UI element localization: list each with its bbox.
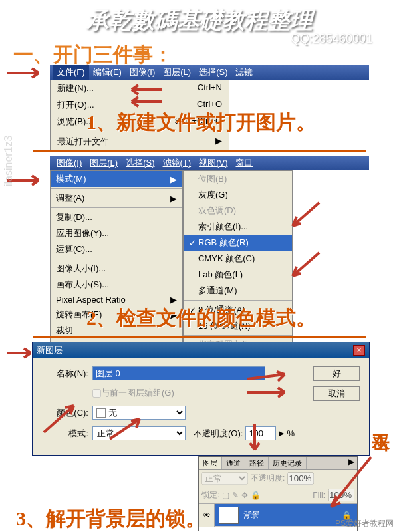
menubar-2: 图像(I) 图层(L) 选择(S) 滤镜(T) 视图(V) 窗口 bbox=[50, 156, 369, 170]
mode-bitmap[interactable]: 位图(B) bbox=[184, 171, 292, 187]
pct-label: % bbox=[287, 428, 295, 438]
divider-1 bbox=[33, 150, 366, 152]
menu2-filter[interactable]: 滤镜(T) bbox=[159, 156, 196, 170]
mode-lab[interactable]: Lab 颜色(L) bbox=[184, 267, 292, 283]
new-layer-dialog: 新图层 × 名称(N): 与前一图层编组(G) 颜色(C): 无 模式: 正常 … bbox=[32, 342, 370, 456]
lock-transparency-icon[interactable]: ▢ bbox=[222, 491, 229, 500]
section2-sub: 2、检查文件的颜色模式。 bbox=[86, 305, 316, 332]
tab-history[interactable]: 历史记录 bbox=[269, 457, 307, 469]
menu2-layer[interactable]: 图层(L) bbox=[86, 156, 122, 170]
mode-indexed[interactable]: 索引颜色(I)... bbox=[184, 219, 292, 235]
opacity-input[interactable] bbox=[245, 426, 276, 440]
menu2-image[interactable]: 图像(I) bbox=[53, 156, 86, 170]
mode-rgb[interactable]: ✓RGB 颜色(R) bbox=[184, 235, 292, 251]
color-label: 颜色(C): bbox=[42, 407, 88, 419]
layer-name: 背景 bbox=[243, 509, 259, 521]
menu-adjust[interactable]: 调整(A)▶ bbox=[51, 190, 182, 206]
tab-channels[interactable]: 通道 bbox=[222, 457, 245, 469]
mode-label: 模式: bbox=[42, 428, 88, 440]
ok-button[interactable]: 好 bbox=[313, 366, 360, 381]
menubar-1: 文件(F) 编辑(E) 图像(I) 图层(L) 选择(S) 滤镜 bbox=[50, 65, 369, 80]
layer-row-background[interactable]: 👁 背景 🔒 bbox=[199, 504, 357, 527]
layer-thumbnail[interactable] bbox=[219, 507, 239, 524]
menu-imagesize[interactable]: 图像大小(I)... bbox=[51, 261, 182, 277]
menu-apply[interactable]: 应用图像(Y)... bbox=[51, 225, 182, 241]
group-label: 与前一图层编组(G) bbox=[101, 387, 174, 399]
dialog-titlebar[interactable]: 新图层 × bbox=[33, 342, 369, 358]
color-select[interactable] bbox=[92, 406, 186, 420]
menu-mode[interactable]: 模式(M)▶ bbox=[51, 171, 182, 187]
menu2-view[interactable]: 视图(V) bbox=[195, 156, 231, 170]
menu-calc[interactable]: 运算(C)... bbox=[51, 241, 182, 257]
panel-fill bbox=[328, 489, 354, 501]
mode-submenu: 位图(B) 灰度(G) 双色调(D) 索引颜色(I)... ✓RGB 颜色(R)… bbox=[183, 170, 293, 370]
group-checkbox bbox=[92, 389, 101, 398]
mode-duotone[interactable]: 双色调(D) bbox=[184, 203, 292, 219]
panel-opacity bbox=[287, 472, 314, 485]
section1-sub: 1、新建文件或打开图片。 bbox=[86, 109, 316, 136]
close-icon[interactable]: × bbox=[353, 345, 365, 356]
panel-menu-icon[interactable]: ▶ bbox=[346, 457, 357, 469]
menu-filter[interactable]: 滤镜 bbox=[231, 65, 257, 80]
menu-edit[interactable]: 编辑(E) bbox=[89, 65, 126, 80]
menu-image[interactable]: 图像(I) bbox=[126, 65, 159, 80]
tab-layers[interactable]: 图层 bbox=[199, 457, 222, 469]
divider-2 bbox=[33, 336, 366, 338]
cancel-button[interactable]: 取消 bbox=[313, 386, 360, 401]
blend-select: 正常 bbox=[201, 472, 248, 485]
footer-text: PS爱好者教程网 bbox=[335, 518, 394, 529]
section3-sub: 3、解开背景层的锁。 bbox=[16, 505, 205, 532]
tab-paths[interactable]: 路径 bbox=[245, 457, 269, 469]
mode-select[interactable]: 正常 bbox=[92, 426, 186, 440]
dialog-title: 新图层 bbox=[37, 344, 63, 356]
qq-text: QQ:285460001 bbox=[291, 32, 372, 46]
lock-all-icon[interactable]: 🔒 bbox=[251, 491, 261, 500]
menu2-select[interactable]: 选择(S) bbox=[122, 156, 158, 170]
lock-move-icon[interactable]: ✥ bbox=[241, 491, 248, 500]
watermark: ilasiner1z3 bbox=[3, 136, 15, 186]
opacity-label: 不透明度(O): bbox=[194, 428, 243, 440]
menu-layer[interactable]: 图层(L) bbox=[159, 65, 195, 80]
section1-title: 一、开门三件事： bbox=[13, 41, 173, 68]
mode-multi[interactable]: 多通道(M) bbox=[184, 283, 292, 299]
lock-brush-icon[interactable]: ✎ bbox=[232, 491, 239, 500]
layers-panel: 图层 通道 路径 历史记录 ▶ 正常 不透明度: 锁定: ▢ ✎ ✥ 🔒 Fil… bbox=[198, 456, 358, 531]
menu-canvassize[interactable]: 画布大小(S)... bbox=[51, 277, 182, 293]
menu-file[interactable]: 文件(F) bbox=[53, 65, 89, 80]
name-input[interactable] bbox=[92, 366, 265, 380]
mode-grayscale[interactable]: 灰度(G) bbox=[184, 187, 292, 203]
menu-new[interactable]: 新建(N)...Ctrl+N bbox=[51, 80, 229, 97]
menu2-window[interactable]: 窗口 bbox=[231, 156, 257, 170]
menu-select[interactable]: 选择(S) bbox=[195, 65, 231, 80]
page-title: 承乾數碼基礎教程整理 bbox=[86, 5, 313, 36]
name-label: 名称(N): bbox=[42, 368, 88, 380]
mode-cmyk[interactable]: CMYK 颜色(C) bbox=[184, 251, 292, 267]
menu-duplicate[interactable]: 复制(D)... bbox=[51, 209, 182, 225]
